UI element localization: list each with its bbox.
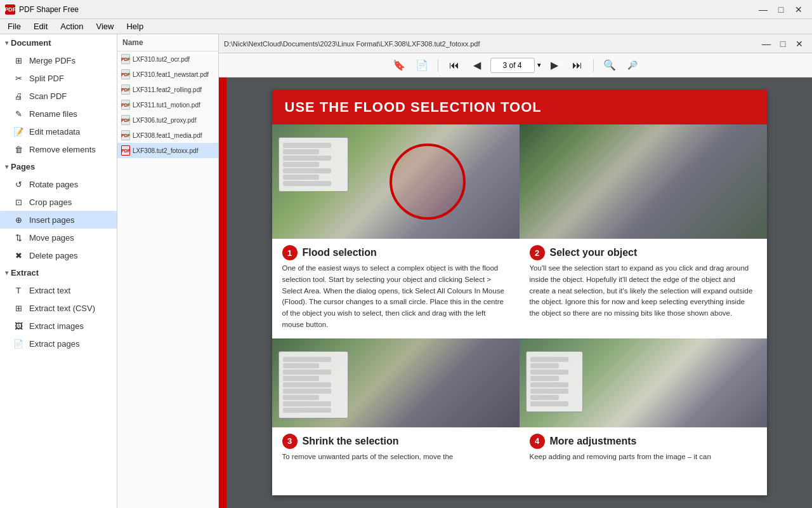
extract-pages-icon: 📄 <box>13 338 24 349</box>
sidebar-label: Extract text (CSV) <box>29 304 95 313</box>
pdf-col-3: 3 Shrink the selection To remove unwante… <box>272 338 520 471</box>
step1-body: One of the easiest ways to select a comp… <box>272 263 520 338</box>
pdf-maximize-button[interactable]: □ <box>775 37 790 51</box>
step2-number: 2 <box>530 245 545 260</box>
crop-icon: ⊡ <box>13 196 24 208</box>
rotate-icon: ↺ <box>13 178 24 190</box>
dialog-row <box>283 149 320 154</box>
dialog-row <box>283 156 332 161</box>
pdf-left-col: 1 Flood selection One of the easiest way… <box>272 124 520 338</box>
sidebar-label: Edit metadata <box>29 127 80 137</box>
pdf-close-button[interactable]: ✕ <box>792 37 807 51</box>
sidebar-label: Rotate pages <box>29 180 78 189</box>
sidebar-item-extract-images[interactable]: 🖼 Extract images <box>0 317 117 335</box>
dialog-row <box>283 401 332 406</box>
file-item[interactable]: PDF LXF311.feat2_rolling.pdf <box>117 82 218 97</box>
section-pages-label: Pages <box>11 162 35 171</box>
pdf-page: USE THE FLOOD SELECTION TOOL <box>272 90 767 495</box>
sidebar-label: Insert pages <box>29 215 75 225</box>
step3-image <box>272 338 520 427</box>
zoom-out-button[interactable]: 🔎 <box>623 57 642 74</box>
sidebar-label: Delete pages <box>29 251 78 260</box>
step3-number: 3 <box>282 434 298 449</box>
pdf-red-accent <box>219 77 226 508</box>
page-number-select[interactable]: ▾ <box>537 61 541 69</box>
pdf-icon: PDF <box>121 69 130 79</box>
toolbar-divider2 <box>593 59 594 72</box>
delete-icon: ✖ <box>13 250 24 261</box>
dialog-row <box>283 376 320 381</box>
dialog-row <box>283 357 332 362</box>
title-bar-left: PDF PDF Shaper Free <box>5 4 79 15</box>
menu-bar: File Edit Action View Help <box>0 19 812 34</box>
close-button[interactable]: ✕ <box>790 3 807 16</box>
sidebar-item-rotate-pages[interactable]: ↺ Rotate pages <box>0 175 117 193</box>
pdf-content-area[interactable]: USE THE FLOOD SELECTION TOOL <box>226 77 812 508</box>
sidebar-item-extract-text[interactable]: T Extract text <box>0 281 117 299</box>
file-name: LXF310.tut2_ocr.pdf <box>133 56 190 63</box>
pdf-window-controls: — □ ✕ <box>759 37 807 51</box>
file-item[interactable]: PDF LXF308.feat1_media.pdf <box>117 128 218 143</box>
maximize-button[interactable]: □ <box>773 3 789 16</box>
extract-text-icon: T <box>13 284 24 296</box>
dialog-overlay <box>526 351 583 412</box>
file-item-active[interactable]: PDF LXF308.tut2_fotoxx.pdf <box>117 143 218 158</box>
sidebar-item-crop-pages[interactable]: ⊡ Crop pages <box>0 193 117 211</box>
page-input[interactable] <box>490 58 535 73</box>
title-bar: PDF PDF Shaper Free — □ ✕ <box>0 0 812 19</box>
prev-page-button[interactable]: ◀ <box>468 57 487 74</box>
sidebar-item-extract-pages[interactable]: 📄 Extract pages <box>0 335 117 352</box>
rename-icon: ✎ <box>13 108 24 119</box>
sidebar-label: Extract pages <box>29 339 80 349</box>
menu-edit[interactable]: Edit <box>29 20 53 32</box>
page-view-button[interactable]: 📄 <box>412 57 431 74</box>
minimize-button[interactable]: — <box>755 3 771 16</box>
pdf-bottom-row: 3 Shrink the selection To remove unwante… <box>272 338 767 471</box>
zoom-in-button[interactable]: 🔍 <box>600 57 619 74</box>
menu-action[interactable]: Action <box>55 20 88 32</box>
file-item[interactable]: PDF LXF311.tut1_motion.pdf <box>117 97 218 112</box>
sidebar-item-delete-pages[interactable]: ✖ Delete pages <box>0 246 117 264</box>
step1-header: 1 Flood selection <box>272 239 520 263</box>
section-pages[interactable]: ▾ Pages <box>0 158 117 175</box>
menu-file[interactable]: File <box>3 20 26 32</box>
dialog-row <box>283 370 332 375</box>
title-bar-controls: — □ ✕ <box>755 3 807 16</box>
step2-title: Select your object <box>550 247 638 258</box>
dialog-row <box>283 162 320 167</box>
dialog-row <box>530 376 560 381</box>
sidebar-item-extract-text-csv[interactable]: ⊞ Extract text (CSV) <box>0 299 117 317</box>
edit-icon: 📝 <box>13 126 24 137</box>
chevron-down-icon: ▾ <box>5 269 8 276</box>
sidebar-item-split-pdf[interactable]: ✂ Split PDF <box>0 69 117 87</box>
sidebar-item-remove-elements[interactable]: 🗑 Remove elements <box>0 140 117 158</box>
section-extract[interactable]: ▾ Extract <box>0 264 117 281</box>
file-item[interactable]: PDF LXF306.tut2_proxy.pdf <box>117 112 218 128</box>
pdf-minimize-button[interactable]: — <box>759 37 774 51</box>
merge-icon: ⊞ <box>13 55 24 66</box>
sidebar-item-edit-metadata[interactable]: 📝 Edit metadata <box>0 123 117 140</box>
file-item[interactable]: PDF LXF310.feat1_newstart.pdf <box>117 67 218 82</box>
file-item[interactable]: PDF LXF310.tut2_ocr.pdf <box>117 51 218 67</box>
step4-title: More adjustments <box>550 436 637 447</box>
app-icon: PDF <box>5 4 15 15</box>
sidebar: ▾ Document ⊞ Merge PDFs ✂ Split PDF 🖨 Sc… <box>0 34 117 508</box>
menu-view[interactable]: View <box>91 20 119 32</box>
file-list-header: Name <box>117 34 218 51</box>
last-page-button[interactable]: ⏭ <box>568 57 587 74</box>
step1-image <box>272 124 520 239</box>
sidebar-item-move-pages[interactable]: ⇅ Move pages <box>0 229 117 246</box>
sidebar-item-merge-pdfs[interactable]: ⊞ Merge PDFs <box>0 51 117 69</box>
file-name: LXF310.feat1_newstart.pdf <box>133 71 209 78</box>
sidebar-item-scan-pdf[interactable]: 🖨 Scan PDF <box>0 87 117 105</box>
next-page-button[interactable]: ▶ <box>545 57 564 74</box>
sidebar-item-rename-files[interactable]: ✎ Rename files <box>0 105 117 123</box>
first-page-button[interactable]: ⏮ <box>445 57 464 74</box>
step3-body: To remove unwanted parts of the selectio… <box>272 451 520 471</box>
bookmark-button[interactable]: 🔖 <box>390 57 409 74</box>
menu-help[interactable]: Help <box>121 20 148 32</box>
sidebar-label: Move pages <box>29 233 74 243</box>
section-document[interactable]: ▾ Document <box>0 34 117 51</box>
sidebar-item-insert-pages[interactable]: ⊕ Insert pages <box>0 211 117 229</box>
pdf-viewer-inner: USE THE FLOOD SELECTION TOOL <box>219 77 812 508</box>
